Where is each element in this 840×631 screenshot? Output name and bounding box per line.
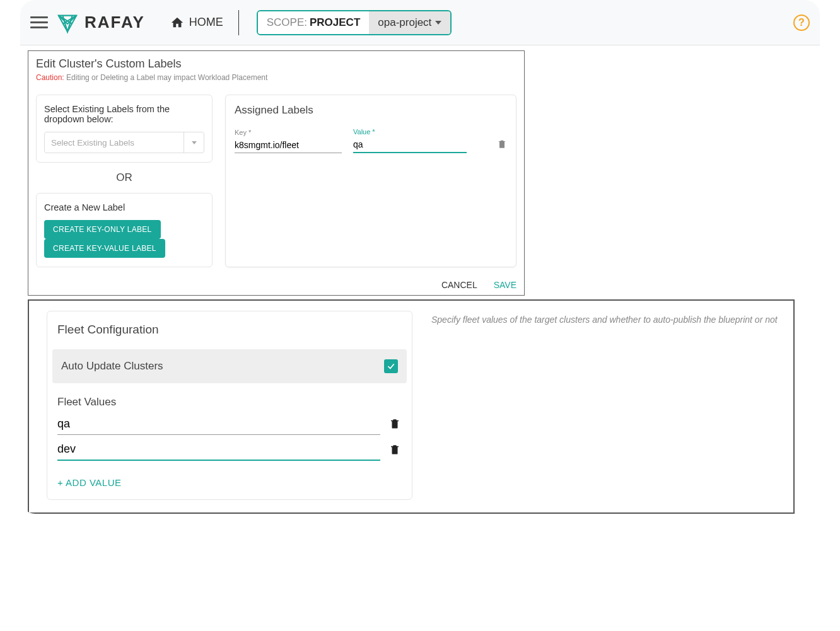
create-key-only-button[interactable]: CREATE KEY-ONLY LABEL (44, 220, 161, 239)
delete-value-button[interactable] (389, 417, 402, 433)
help-icon[interactable]: ? (793, 14, 810, 31)
assigned-labels-card: Assigned Labels Key * Value * (225, 95, 516, 267)
scope-selector: SCOPE: PROJECT opa-project (257, 10, 452, 35)
trash-icon (497, 138, 507, 149)
key-input[interactable] (235, 139, 342, 153)
auto-update-checkbox[interactable] (384, 359, 398, 373)
scope-type: PROJECT (310, 16, 360, 29)
label-row: Key * Value * (235, 128, 507, 153)
fleet-config-card: Fleet Configuration Auto Update Clusters… (47, 311, 412, 500)
add-value-button[interactable]: + ADD VALUE (47, 466, 412, 499)
fleet-help-text: Specify fleet values of the target clust… (431, 311, 781, 500)
menu-icon[interactable] (30, 14, 48, 32)
assigned-labels-title: Assigned Labels (235, 104, 507, 117)
home-icon (170, 16, 184, 30)
or-separator: OR (36, 171, 213, 184)
key-field-label: Key * (235, 129, 342, 136)
home-label: HOME (189, 16, 223, 29)
save-button[interactable]: SAVE (494, 280, 516, 290)
logo-icon (55, 11, 79, 35)
scope-left: SCOPE: PROJECT (258, 11, 370, 34)
fleet-value-input[interactable] (57, 440, 380, 461)
create-label-card: Create a New Label CREATE KEY-ONLY LABEL… (36, 193, 213, 267)
caution-line: Caution: Editing or Deleting a Label may… (36, 73, 516, 82)
select-existing-card: Select Existing Labels from the dropdown… (36, 95, 213, 163)
divider (238, 10, 239, 35)
delete-label-button[interactable] (497, 138, 507, 149)
cancel-button[interactable]: CANCEL (441, 280, 477, 290)
trash-icon (389, 417, 400, 431)
logo[interactable]: RAFAY (55, 11, 145, 35)
auto-update-row: Auto Update Clusters (52, 349, 407, 383)
topbar: RAFAY HOME SCOPE: PROJECT opa-project ? (20, 0, 820, 45)
scope-label: SCOPE: (267, 16, 307, 29)
edit-labels-panel: Edit Cluster's Custom Labels Caution: Ed… (28, 50, 525, 296)
home-button[interactable]: HOME (170, 16, 223, 30)
trash-icon (389, 443, 400, 456)
delete-value-button[interactable] (389, 443, 402, 459)
auto-update-label: Auto Update Clusters (61, 360, 163, 373)
caution-text: Editing or Deleting a Label may impact W… (64, 73, 268, 82)
select-placeholder: Select Existing Labels (51, 138, 134, 148)
fleet-configuration-panel: Fleet Configuration Auto Update Clusters… (28, 299, 795, 514)
fleet-values-title: Fleet Values (47, 383, 412, 415)
chevron-down-icon (192, 141, 197, 144)
caution-label: Caution: (36, 73, 64, 82)
value-field-label: Value * (353, 128, 467, 136)
check-icon (387, 362, 395, 371)
select-card-title: Select Existing Labels from the dropdown… (44, 104, 204, 124)
fleet-title: Fleet Configuration (47, 311, 412, 349)
create-card-title: Create a New Label (44, 202, 204, 212)
panel-actions: CANCEL SAVE (36, 280, 516, 290)
caret-down-icon (435, 21, 441, 25)
fleet-value-row (57, 415, 402, 435)
scope-value: opa-project (378, 16, 431, 29)
select-existing-labels-dropdown[interactable]: Select Existing Labels (44, 132, 204, 153)
logo-text: RAFAY (85, 13, 145, 32)
value-input[interactable] (353, 138, 467, 153)
fleet-value-row (57, 440, 402, 461)
scope-project-dropdown[interactable]: opa-project (369, 11, 450, 34)
panel-title: Edit Cluster's Custom Labels (36, 57, 516, 71)
fleet-value-input[interactable] (57, 415, 380, 435)
create-key-value-button[interactable]: CREATE KEY-VALUE LABEL (44, 239, 165, 258)
